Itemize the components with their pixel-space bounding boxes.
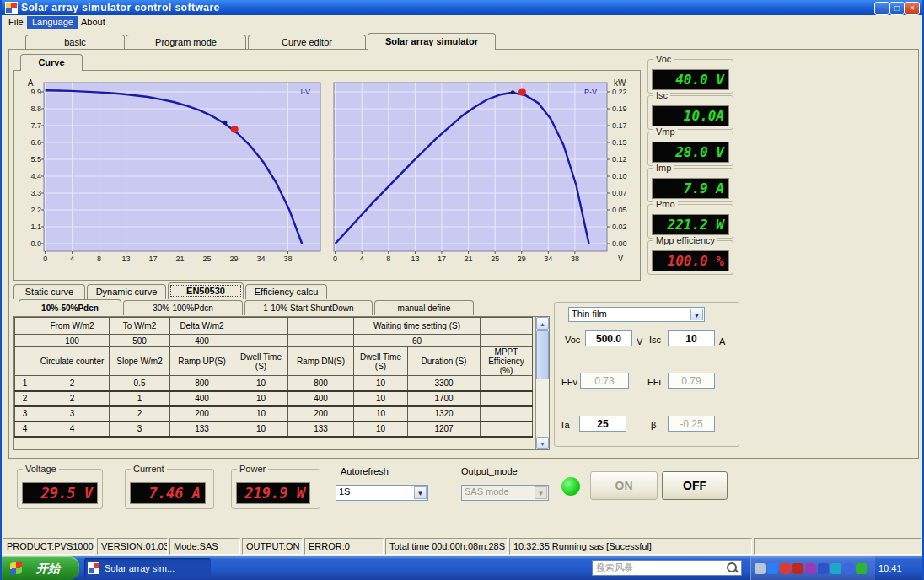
table-cell[interactable] bbox=[234, 335, 288, 347]
subtab-1-10-start-shuntdown[interactable]: 1-10% Start ShuntDown bbox=[244, 300, 373, 315]
table-cell[interactable]: 200 bbox=[170, 406, 234, 422]
table-cell[interactable]: 100 bbox=[35, 335, 110, 347]
y-tick-label: 0.19 bbox=[612, 105, 627, 113]
row-index[interactable]: 1 bbox=[15, 376, 35, 391]
tray-icon-8[interactable] bbox=[843, 563, 854, 574]
tab-static-curve[interactable]: Static curve bbox=[13, 284, 85, 299]
tab-curve[interactable]: Curve bbox=[20, 54, 83, 71]
tray-icon-6[interactable] bbox=[818, 563, 829, 574]
maximize-button[interactable]: □ bbox=[889, 2, 905, 15]
isc-input[interactable] bbox=[668, 330, 715, 346]
table-cell[interactable]: 2 bbox=[35, 376, 110, 391]
table-cell[interactable] bbox=[15, 335, 35, 347]
table-cell[interactable]: 60 bbox=[354, 335, 481, 347]
table-cell[interactable]: 800 bbox=[170, 376, 234, 391]
table-cell[interactable] bbox=[481, 406, 533, 422]
row-index[interactable]: 2 bbox=[15, 391, 35, 406]
table-cell[interactable]: 400 bbox=[288, 391, 354, 406]
table-cell[interactable]: 1320 bbox=[408, 406, 481, 422]
autorefresh-select[interactable]: 1S ▼ bbox=[336, 485, 428, 501]
titlebar[interactable]: Solar array simulator control software −… bbox=[2, 0, 922, 15]
subtab-30-100-pdcn[interactable]: 30%-100%Pdcn bbox=[123, 300, 243, 315]
table-cell[interactable]: 3300 bbox=[408, 376, 481, 391]
y-tick-label: 0.07 bbox=[612, 189, 627, 197]
chevron-down-icon[interactable]: ▼ bbox=[690, 309, 703, 320]
table-cell[interactable]: 1207 bbox=[408, 422, 481, 437]
ta-input[interactable] bbox=[579, 416, 626, 432]
table-cell[interactable]: 10 bbox=[354, 422, 408, 437]
table-cell[interactable]: 2 bbox=[110, 406, 170, 422]
table-scrollbar[interactable]: ▲ ▼ bbox=[535, 317, 549, 449]
menu-about[interactable]: About bbox=[76, 16, 110, 29]
row-index[interactable]: 3 bbox=[15, 406, 35, 422]
table-cell[interactable]: 10 bbox=[354, 406, 408, 422]
table-cell[interactable]: 200 bbox=[288, 406, 354, 422]
table-cell[interactable]: 400 bbox=[170, 391, 234, 406]
table-cell[interactable]: 0.5 bbox=[110, 376, 170, 391]
table-cell[interactable]: 1700 bbox=[408, 391, 481, 406]
row-index[interactable]: 4 bbox=[15, 422, 35, 437]
window-title: Solar array simulator control software bbox=[21, 2, 220, 13]
tray-icon-3[interactable] bbox=[780, 563, 791, 574]
table-cell[interactable]: 3 bbox=[35, 406, 110, 422]
table-cell[interactable] bbox=[288, 335, 354, 347]
scroll-up-arrow[interactable]: ▲ bbox=[536, 317, 549, 330]
chevron-down-icon[interactable]: ▼ bbox=[414, 486, 427, 499]
tab-basic[interactable]: basic bbox=[25, 35, 125, 50]
subtab-10-50-pdcn[interactable]: 10%-50%Pdcn bbox=[19, 299, 121, 316]
menu-file[interactable]: File bbox=[3, 16, 29, 29]
table-cell[interactable]: 400 bbox=[170, 335, 234, 347]
tab-en50530[interactable]: EN50530 bbox=[168, 282, 244, 299]
table-cell[interactable]: 3 bbox=[110, 422, 170, 437]
table-cell[interactable]: 133 bbox=[288, 422, 354, 437]
search-input[interactable] bbox=[592, 560, 742, 576]
tray-icon-7[interactable] bbox=[830, 563, 841, 574]
table-cell[interactable]: 10 bbox=[234, 422, 288, 437]
table-cell[interactable]: 10 bbox=[354, 376, 408, 391]
table-cell[interactable] bbox=[481, 391, 533, 406]
start-button[interactable]: 开始 bbox=[2, 556, 79, 580]
table-cell[interactable]: 10 bbox=[234, 391, 288, 406]
pv-chart-svg: 00.2240.1980.17130.15170.12210.10250.072… bbox=[330, 78, 636, 266]
table-cell[interactable] bbox=[481, 422, 533, 437]
table-cell[interactable]: 10 bbox=[234, 406, 288, 422]
table-cell[interactable] bbox=[481, 376, 533, 391]
scroll-down-arrow[interactable]: ▼ bbox=[536, 437, 549, 449]
taskbar-app-button[interactable]: Solar array sim... bbox=[84, 558, 211, 578]
table-cell[interactable]: 1 bbox=[110, 391, 170, 406]
scrollbar-thumb[interactable] bbox=[536, 330, 549, 379]
voc-input[interactable] bbox=[585, 330, 632, 346]
mpp-efficiency-label: Mpp efficiency bbox=[653, 235, 717, 245]
off-button[interactable]: OFF bbox=[662, 471, 728, 500]
y-tick-label: 8.8 bbox=[30, 105, 41, 113]
voc-group: Voc 40.0 V bbox=[647, 59, 733, 94]
table-cell[interactable]: 2 bbox=[35, 391, 110, 406]
on-button[interactable]: ON bbox=[590, 471, 658, 500]
search-icon[interactable] bbox=[725, 561, 739, 574]
tab-efficiency-calcu[interactable]: Efficiency calcu bbox=[245, 284, 327, 299]
table-cell[interactable]: 4 bbox=[35, 422, 110, 437]
tray-icon-2[interactable] bbox=[767, 563, 778, 574]
tray-icon-1[interactable] bbox=[755, 563, 766, 574]
tab-solar-array-simulator[interactable]: Solar array simulator bbox=[368, 33, 496, 50]
table-cell[interactable]: 10 bbox=[234, 376, 288, 391]
tray-icon-4[interactable] bbox=[792, 563, 803, 574]
table-cell[interactable]: 500 bbox=[110, 335, 170, 347]
table-cell[interactable] bbox=[481, 335, 533, 347]
tab-dynamic-curve[interactable]: Dynamic curve bbox=[87, 284, 166, 299]
menubar: File Language About bbox=[2, 15, 922, 30]
ffv-input bbox=[580, 373, 629, 389]
pv-model-select[interactable]: Thin film ▼ bbox=[568, 307, 705, 322]
tray-icon-9[interactable] bbox=[856, 563, 867, 574]
tab-curve-editor[interactable]: Curve editor bbox=[248, 35, 366, 50]
tab-program-mode[interactable]: Program mode bbox=[126, 35, 246, 50]
en50530-data-table: From W/m2To W/m2Delta W/m2Waiting time s… bbox=[14, 317, 533, 438]
table-cell[interactable]: 800 bbox=[288, 376, 354, 391]
tray-icon-5[interactable] bbox=[805, 563, 816, 574]
menu-language[interactable]: Language bbox=[27, 16, 78, 29]
minimize-button[interactable]: − bbox=[874, 2, 889, 15]
table-cell[interactable]: 10 bbox=[354, 391, 408, 406]
close-button[interactable]: × bbox=[905, 2, 920, 15]
table-cell[interactable]: 133 bbox=[170, 422, 234, 437]
subtab-manual-define[interactable]: manual define bbox=[374, 300, 474, 315]
